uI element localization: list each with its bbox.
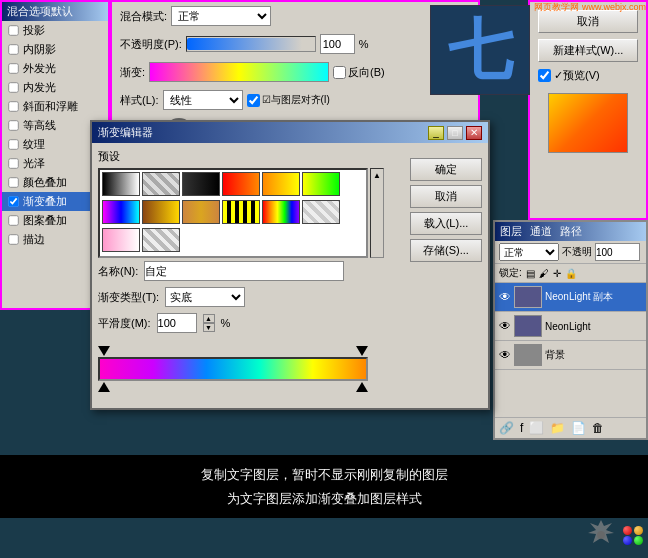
preview-checkbox-row[interactable]: ✓预览(V): [538, 68, 638, 83]
smoothness-up[interactable]: ▲: [203, 314, 215, 323]
gradient-edit-bar[interactable]: [98, 357, 368, 381]
lock-transparency-icon[interactable]: ▤: [526, 268, 535, 279]
preset-swatch-10[interactable]: [222, 200, 260, 224]
style-select[interactable]: 线性: [163, 90, 243, 110]
smoothness-label: 平滑度(M):: [98, 316, 151, 331]
texture-checkbox[interactable]: [8, 139, 18, 149]
delete-layer-icon[interactable]: 🗑: [592, 421, 604, 435]
watermark: 网页教学网 www.webjx.com: [534, 2, 646, 14]
bottom-line1: 复制文字图层，暂时不显示刚刚复制的图层: [8, 463, 640, 486]
lock-all-icon[interactable]: 🔒: [565, 268, 577, 279]
preset-swatch-8[interactable]: [142, 200, 180, 224]
close-button[interactable]: ✕: [466, 126, 482, 140]
blend-item-inner-glow[interactable]: 内发光: [2, 78, 108, 97]
preset-swatch-14[interactable]: [142, 228, 180, 252]
channels-tab[interactable]: 通道: [530, 224, 552, 239]
outer-glow-checkbox[interactable]: [8, 63, 18, 73]
color-overlay-checkbox[interactable]: [8, 177, 18, 187]
preset-swatch-5[interactable]: [262, 172, 300, 196]
lock-label: 锁定:: [499, 266, 522, 280]
gradient-preview-bar[interactable]: [149, 62, 329, 82]
layer-thumb-neonlight: [514, 315, 542, 337]
blend-item-shadow[interactable]: 投影: [2, 21, 108, 40]
opacity-input[interactable]: [320, 34, 355, 54]
add-style-icon[interactable]: f: [520, 421, 523, 435]
preview-checkbox[interactable]: [538, 69, 551, 82]
stroke-checkbox[interactable]: [8, 234, 18, 244]
gradient-row: 渐变: 反向(B): [112, 58, 478, 86]
minimize-button[interactable]: _: [428, 126, 444, 140]
lock-paint-icon[interactable]: 🖌: [539, 268, 549, 279]
link-layers-icon[interactable]: 🔗: [499, 421, 514, 435]
new-style-button[interactable]: 新建样式(W)...: [538, 39, 638, 62]
preview-label: ✓预览(V): [554, 68, 600, 83]
layer-item-neonlight-copy[interactable]: 👁 NeonLight 副本: [495, 283, 646, 312]
blend-mode-select[interactable]: 正常: [171, 6, 271, 26]
preset-swatch-1[interactable]: [102, 172, 140, 196]
reverse-label[interactable]: 反向(B): [333, 65, 385, 80]
preset-swatch-7[interactable]: [102, 200, 140, 224]
blend-item-outer-glow[interactable]: 外发光: [2, 59, 108, 78]
opacity-slider[interactable]: [186, 36, 316, 52]
pattern-overlay-checkbox[interactable]: [8, 215, 18, 225]
smoothness-down[interactable]: ▼: [203, 323, 215, 332]
align-layers-label[interactable]: ☑与图层对齐(I): [247, 93, 330, 107]
paths-tab[interactable]: 路径: [560, 224, 582, 239]
preset-swatch-4[interactable]: [222, 172, 260, 196]
layer-item-neonlight[interactable]: 👁 NeonLight: [495, 312, 646, 341]
layer-eye-icon-2[interactable]: 👁: [499, 319, 511, 333]
opacity-stop-left[interactable]: [98, 346, 110, 356]
name-input[interactable]: [144, 261, 344, 281]
preset-swatch-2[interactable]: [142, 172, 180, 196]
preset-swatch-12[interactable]: [302, 200, 340, 224]
new-layer-icon[interactable]: 📄: [571, 421, 586, 435]
layers-blend-select[interactable]: 正常: [499, 243, 559, 261]
save-button[interactable]: 存储(S)...: [410, 239, 482, 262]
gradient-editor-dialog: 渐变编辑器 _ □ ✕ 预设: [90, 120, 490, 410]
gradient-overlay-label: 渐变叠加: [23, 194, 67, 209]
satin-checkbox[interactable]: [8, 158, 18, 168]
contour-label: 等高线: [23, 118, 56, 133]
scroll-up-arrow[interactable]: ▲: [373, 171, 381, 180]
bevel-checkbox[interactable]: [8, 101, 18, 111]
layer-item-background[interactable]: 👁 背景: [495, 341, 646, 370]
preset-swatch-3[interactable]: [182, 172, 220, 196]
preset-swatch-6[interactable]: [302, 172, 340, 196]
blend-item-inner-shadow[interactable]: 内阴影: [2, 40, 108, 59]
bottom-text-area: 复制文字图层，暂时不显示刚刚复制的图层 为文字图层添加渐变叠加图层样式: [0, 455, 648, 518]
right-buttons-panel: 取消 新建样式(W)... ✓预览(V): [528, 0, 648, 220]
layer-eye-icon[interactable]: 👁: [499, 290, 511, 304]
preset-swatch-11[interactable]: [262, 200, 300, 224]
layers-tab[interactable]: 图层: [500, 224, 522, 239]
blend-item-bevel[interactable]: 斜面和浮雕: [2, 97, 108, 116]
smoothness-input[interactable]: [157, 313, 197, 333]
dialog-cancel-button[interactable]: 取消: [410, 185, 482, 208]
logo-balls-container: [623, 526, 643, 545]
lock-move-icon[interactable]: ✛: [553, 268, 561, 279]
preset-swatch-13[interactable]: [102, 228, 140, 252]
ok-button[interactable]: 确定: [410, 158, 482, 181]
contour-checkbox[interactable]: [8, 120, 18, 130]
layers-opacity-input[interactable]: [595, 243, 640, 261]
preset-scrollbar[interactable]: ▲: [370, 168, 384, 258]
inner-glow-checkbox[interactable]: [8, 82, 18, 92]
load-button[interactable]: 载入(L)...: [410, 212, 482, 235]
gradient-overlay-checkbox[interactable]: [8, 196, 18, 206]
maximize-button[interactable]: □: [447, 126, 463, 140]
smoothness-stepper[interactable]: ▲ ▼: [203, 314, 215, 332]
opacity-stop-right[interactable]: [356, 346, 368, 356]
color-stop-left[interactable]: [98, 382, 110, 392]
layer-eye-icon-3[interactable]: 👁: [499, 348, 511, 362]
color-stop-right[interactable]: [356, 382, 368, 392]
type-select[interactable]: 实底: [165, 287, 245, 307]
add-mask-icon[interactable]: ⬜: [529, 421, 544, 435]
type-row: 渐变类型(T): 实底: [98, 284, 384, 310]
bottom-logo: [584, 518, 643, 553]
preset-swatch-9[interactable]: [182, 200, 220, 224]
inner-shadow-checkbox[interactable]: [8, 44, 18, 54]
new-group-icon[interactable]: 📁: [550, 421, 565, 435]
reverse-checkbox[interactable]: [333, 66, 346, 79]
shadow-checkbox[interactable]: [8, 25, 18, 35]
align-layers-checkbox[interactable]: [247, 94, 260, 107]
type-label: 渐变类型(T):: [98, 290, 159, 305]
